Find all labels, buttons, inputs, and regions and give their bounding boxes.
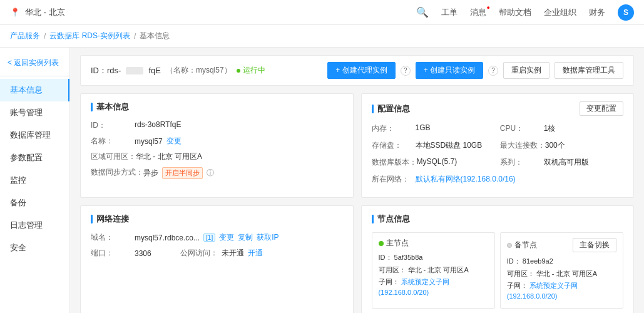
network-row: 所在网络： 默认私有网络(192.168.0.0/16) (372, 174, 624, 185)
sidebar-item-monitoring[interactable]: 监控 (0, 169, 69, 192)
search-icon[interactable]: 🔍 (416, 6, 429, 18)
master-id-row: ID： 5af35b8a (379, 252, 488, 263)
public-open-link[interactable]: 开通 (248, 248, 263, 259)
mem-value: 1GB (416, 123, 431, 132)
restart-button[interactable]: 重启实例 (503, 62, 549, 79)
sync-info-icon[interactable]: ⓘ (207, 168, 214, 178)
domain-count-badge: [1] (203, 233, 215, 242)
region-value: 华北 - 北京 可用区A (136, 151, 202, 162)
sidebar-item-basic-info[interactable]: 基本信息 (0, 79, 69, 101)
messages-link[interactable]: 消息 ● (470, 7, 486, 18)
instance-id-display: ID：rds- fqE （名称：mysql57） 运行中 (91, 65, 265, 76)
get-ip-link[interactable]: 获取IP (257, 232, 279, 243)
domain-copy-link[interactable]: 复制 (238, 232, 253, 243)
max-conn-label: 最大连接数： (500, 140, 545, 151)
name-row: 名称： mysql57 变更 (91, 136, 343, 146)
org-link[interactable]: 企业组织 (544, 7, 576, 18)
domain-row: 域名： mysql57.rdbce.co... [1] 变更 复制 获取IP (91, 232, 343, 243)
region-row: 区域可用区： 华北 - 北京 可用区A (91, 151, 343, 162)
id-masked (126, 67, 143, 74)
sync-label: 数据同步方式： (91, 167, 143, 178)
instance-header: ID：rds- fqE （名称：mysql57） 运行中 + 创建代理实例 ? … (80, 55, 634, 86)
node-grid: 主节点 ID： 5af35b8a 可用区： 华北 - 北京 可用区A 子网 (372, 232, 624, 309)
help-docs-link[interactable]: 帮助文档 (499, 7, 531, 18)
sidebar-item-security[interactable]: 安全 (0, 237, 69, 259)
id-label: ID： (91, 120, 135, 131)
breadcrumb-sep-2: / (134, 32, 136, 41)
storage-label: 存储盘： (372, 140, 416, 151)
domain-change-link[interactable]: 变更 (219, 232, 234, 243)
location-display: 📍 华北 - 北京 (10, 7, 65, 18)
sidebar-item-backup[interactable]: 备份 (0, 192, 69, 214)
create-readonly-button[interactable]: + 创建只读实例 (416, 62, 483, 79)
standby-node-card: 备节点 主备切换 ID： 81eeb9a2 可用区： 华北 - 北京 可用区A (500, 232, 623, 309)
series-value: 双机高可用版 (544, 157, 589, 168)
series-label: 系列： (500, 157, 544, 168)
main-content: ID：rds- fqE （名称：mysql57） 运行中 + 创建代理实例 ? … (70, 48, 644, 313)
name-change-link[interactable]: 变更 (166, 136, 181, 146)
port-value: 3306 公网访问： 未开通 开通 (135, 248, 263, 259)
breadcrumb-sep-1: / (44, 32, 46, 41)
sidebar-item-logs[interactable]: 日志管理 (0, 214, 69, 237)
network-label: 所在网络： (372, 174, 416, 185)
top-nav-right: 🔍 工单 消息 ● 帮助文档 企业组织 财务 S (416, 4, 634, 21)
public-status: 未开通 (222, 248, 244, 259)
workorder-link[interactable]: 工单 (441, 7, 457, 18)
avatar[interactable]: S (618, 4, 634, 21)
db-version-label: 数据库版本： (372, 157, 417, 168)
master-node-header: 主节点 (379, 238, 488, 249)
sidebar: < 返回实例列表 基本信息 账号管理 数据库管理 参数配置 监控 备份 日志管理… (0, 48, 70, 313)
proxy-help-icon[interactable]: ? (401, 66, 411, 76)
domain-value: mysql57.rdbce.co... [1] 变更 复制 获取IP (135, 232, 279, 243)
standby-node-status: 备节点 (507, 240, 537, 250)
id-value: rds-3o8RTfqE (135, 120, 181, 129)
standby-region-row: 可用区： 华北 - 北京 可用区A (507, 269, 616, 279)
public-access-label: 公网访问： (180, 248, 218, 259)
main-layout: < 返回实例列表 基本信息 账号管理 数据库管理 参数配置 监控 备份 日志管理… (0, 48, 644, 313)
storage-value: 本地SSD磁盘 10GB (416, 140, 483, 151)
location-text: 华北 - 北京 (25, 7, 65, 18)
storage-row: 存储盘： 本地SSD磁盘 10GB (372, 140, 495, 151)
id-suffix: fqE (148, 66, 161, 75)
sync-row: 数据同步方式： 异步 开启半同步 ⓘ (91, 167, 343, 179)
master-region-row: 可用区： 华北 - 北京 可用区A (379, 265, 488, 275)
config-title: 配置信息 变更配置 (372, 101, 624, 116)
create-proxy-button[interactable]: + 创建代理实例 (327, 62, 395, 79)
master-subnet-row: 子网： 系统预定义子网(192.168.0.0/20) (379, 277, 488, 297)
breadcrumb-rds-list[interactable]: 云数据库 RDS-实例列表 (49, 31, 130, 41)
breadcrumb-product[interactable]: 产品服务 (10, 31, 40, 41)
name-value: mysql57 变更 (135, 136, 181, 146)
location-icon: 📍 (10, 8, 20, 17)
breadcrumb-current: 基本信息 (140, 31, 170, 41)
sidebar-item-params[interactable]: 参数配置 (0, 146, 69, 169)
node-info-card: 节点信息 主节点 ID： 5af35b8a (361, 205, 635, 313)
standby-subnet-row: 子网： 系统预定义子网(192.168.0.0/20) (507, 280, 616, 301)
master-node-status: 主节点 (379, 238, 409, 249)
readonly-help-icon[interactable]: ? (488, 66, 498, 76)
basic-info-title: 基本信息 (91, 101, 343, 113)
name-hint: （名称：mysql57） (166, 65, 232, 76)
max-conn-row: 最大连接数： 300个 (500, 140, 623, 151)
node-info-title: 节点信息 (372, 213, 624, 225)
config-info-card: 配置信息 变更配置 内存： 1GB CPU： 1核 存储盘： (361, 93, 635, 198)
finance-link[interactable]: 财务 (589, 7, 605, 18)
cpu-value: 1核 (544, 123, 556, 134)
failover-button[interactable]: 主备切换 (573, 238, 616, 252)
domain-label: 域名： (91, 232, 135, 243)
network-card: 网络连接 域名： mysql57.rdbce.co... [1] 变更 复制 获… (80, 205, 354, 313)
config-title-actions: 变更配置 (580, 101, 623, 116)
db-tools-button[interactable]: 数据库管理工具 (555, 62, 623, 79)
sidebar-item-accounts[interactable]: 账号管理 (0, 101, 69, 124)
cpu-row: CPU： 1核 (500, 123, 623, 134)
sidebar-item-databases[interactable]: 数据库管理 (0, 124, 69, 146)
mem-row: 内存： 1GB (372, 123, 495, 134)
change-config-button[interactable]: 变更配置 (580, 101, 623, 116)
id-prefix: ID：rds- (91, 65, 121, 76)
basic-info-card: 基本信息 ID： rds-3o8RTfqE 名称： mysql57 变更 区域可… (80, 93, 354, 198)
content-grid: 基本信息 ID： rds-3o8RTfqE 名称： mysql57 变更 区域可… (80, 93, 634, 313)
sync-value: 异步 开启半同步 ⓘ (143, 167, 214, 179)
back-to-list[interactable]: < 返回实例列表 (0, 53, 69, 76)
standby-node-header: 备节点 主备切换 (507, 238, 616, 252)
network-value[interactable]: 默认私有网络(192.168.0.0/16) (416, 174, 516, 185)
max-conn-value: 300个 (545, 140, 565, 151)
